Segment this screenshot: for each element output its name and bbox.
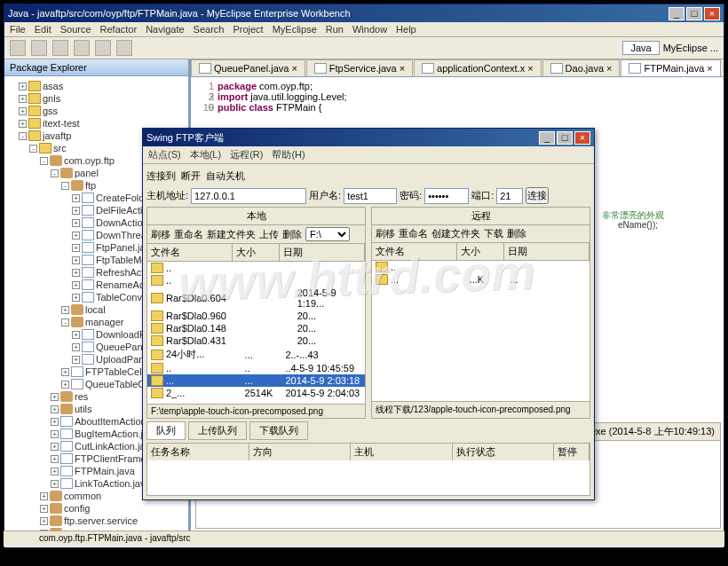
ftp-menu-item[interactable]: 远程(R) xyxy=(230,148,263,161)
expand-icon[interactable]: + xyxy=(72,294,80,302)
queue-tab[interactable]: 上传队列 xyxy=(188,421,247,440)
expand-icon[interactable]: + xyxy=(40,517,48,525)
expand-icon[interactable]: + xyxy=(19,107,27,115)
queue-tab[interactable]: 队列 xyxy=(146,421,186,440)
queue-pause[interactable]: 暂停 xyxy=(554,444,590,460)
remote-file-list[interactable]: ........K... xyxy=(372,261,590,401)
file-row[interactable]: 2_...2514K2014-5-9 2:04:03 xyxy=(147,387,365,399)
ftp-minimize-button[interactable]: _ xyxy=(539,131,555,145)
expand-icon[interactable]: + xyxy=(19,120,27,128)
file-row[interactable]: ......2014-5-9 2:03:18 xyxy=(147,374,365,387)
drive-select[interactable]: F:\ xyxy=(305,227,350,241)
close-icon[interactable]: × xyxy=(606,63,612,74)
local-tb-btn[interactable]: 上传 xyxy=(259,228,279,241)
expand-icon[interactable]: + xyxy=(19,83,27,90)
expand-icon[interactable]: + xyxy=(51,405,59,413)
expand-icon[interactable]: + xyxy=(51,430,59,438)
toolbar-button[interactable] xyxy=(116,40,132,56)
pass-input[interactable] xyxy=(424,188,469,204)
close-icon[interactable]: × xyxy=(527,63,533,74)
ftp-maximize-button[interactable]: □ xyxy=(557,131,573,145)
expand-icon[interactable]: + xyxy=(51,418,59,426)
expand-icon[interactable]: + xyxy=(51,455,59,463)
expand-icon[interactable]: + xyxy=(72,194,80,202)
disconnect-link[interactable]: 断开 xyxy=(181,169,201,183)
tree-node[interactable]: +asas xyxy=(8,80,185,92)
toolbar-button[interactable] xyxy=(74,40,90,56)
expand-icon[interactable]: + xyxy=(61,381,69,389)
expand-icon[interactable]: + xyxy=(40,505,48,513)
expand-icon[interactable]: + xyxy=(61,368,69,376)
expand-icon[interactable]: + xyxy=(51,480,59,488)
local-tb-btn[interactable]: 刷移 xyxy=(151,228,170,241)
close-icon[interactable]: × xyxy=(291,63,297,74)
ftp-close-button[interactable]: × xyxy=(574,131,590,145)
expand-icon[interactable]: + xyxy=(51,468,59,476)
remote-tb-btn[interactable]: 刷移 xyxy=(376,227,395,240)
expand-icon[interactable]: + xyxy=(72,207,80,215)
host-input[interactable] xyxy=(191,188,306,204)
menu-window[interactable]: Window xyxy=(352,24,387,35)
expand-icon[interactable]: - xyxy=(19,132,27,140)
remote-tb-btn[interactable]: 下载 xyxy=(484,227,503,240)
remote-tb-btn[interactable]: 创建文件夹 xyxy=(431,227,480,240)
expand-icon[interactable]: + xyxy=(72,269,80,277)
editor-tab[interactable]: Dao.java× xyxy=(542,59,621,76)
expand-icon[interactable]: - xyxy=(40,157,48,165)
menu-project[interactable]: Project xyxy=(233,24,263,35)
col-name[interactable]: 文件名 xyxy=(147,244,233,261)
expand-icon[interactable]: + xyxy=(51,443,59,451)
col-date[interactable]: 日期 xyxy=(504,243,590,260)
expand-icon[interactable]: - xyxy=(51,169,59,177)
close-button[interactable]: × xyxy=(704,7,720,20)
local-tb-btn[interactable]: 删除 xyxy=(282,228,302,241)
toolbar-button[interactable] xyxy=(10,40,26,56)
remote-tb-btn[interactable]: 删除 xyxy=(507,227,526,240)
expand-icon[interactable]: + xyxy=(51,393,59,401)
col-size[interactable]: 大小 xyxy=(233,244,280,261)
connect-button[interactable]: 连接 xyxy=(526,187,549,204)
menu-edit[interactable]: Edit xyxy=(35,24,51,35)
expand-icon[interactable]: + xyxy=(40,492,48,500)
expand-icon[interactable]: + xyxy=(72,244,80,252)
ftp-menu-item[interactable]: 站点(S) xyxy=(148,148,181,161)
close-icon[interactable]: × xyxy=(707,63,712,74)
expand-icon[interactable]: + xyxy=(19,95,27,103)
ftp-titlebar[interactable]: Swing FTP客户端 _ □ × xyxy=(143,129,594,146)
ftp-menu-item[interactable]: 帮助(H) xyxy=(272,148,305,161)
tree-node[interactable]: +ftp.server.service xyxy=(8,515,185,527)
file-row[interactable]: Rar$Dla0.96020... xyxy=(147,310,365,322)
expand-icon[interactable]: + xyxy=(72,331,80,339)
menu-refactor[interactable]: Refactor xyxy=(100,24,138,35)
menu-file[interactable]: File xyxy=(10,24,26,35)
expand-icon[interactable]: + xyxy=(72,219,80,227)
local-tb-btn[interactable]: 新建文件夹 xyxy=(207,228,256,241)
tree-node[interactable]: +config xyxy=(8,502,185,515)
file-row[interactable]: .. xyxy=(147,274,365,287)
toolbar-button[interactable] xyxy=(52,40,68,56)
menu-myeclipse[interactable]: MyEclipse xyxy=(273,24,317,35)
minimize-button[interactable]: _ xyxy=(669,7,684,20)
local-file-list[interactable]: ....Rar$Dla0.6042014-5-9 1:19...Rar$Dla0… xyxy=(147,262,365,404)
file-row[interactable]: Rar$Dla0.14820... xyxy=(147,322,365,334)
expand-icon[interactable]: + xyxy=(72,343,80,351)
queue-tab[interactable]: 下载队列 xyxy=(249,421,308,440)
menu-search[interactable]: Search xyxy=(194,24,225,35)
editor-tab[interactable]: FTPMain.java× xyxy=(621,59,720,76)
col-name[interactable]: 文件名 xyxy=(372,243,457,260)
menu-navigate[interactable]: Navigate xyxy=(146,24,184,35)
col-date[interactable]: 日期 xyxy=(280,244,365,261)
file-row[interactable]: Rar$Dla0.43120... xyxy=(147,334,365,347)
port-input[interactable] xyxy=(496,188,523,204)
editor-tab[interactable]: FtpService.java× xyxy=(306,59,413,76)
expand-icon[interactable]: + xyxy=(72,256,80,264)
file-row[interactable]: .. xyxy=(147,262,365,274)
maximize-button[interactable]: □ xyxy=(686,7,702,20)
perspective-myeclipse[interactable]: MyEclipse ... xyxy=(663,43,718,53)
file-row[interactable]: ......4-5-9 10:45:59 xyxy=(147,362,365,374)
remote-tb-btn[interactable]: 重命名 xyxy=(399,227,428,240)
menu-source[interactable]: Source xyxy=(60,24,91,35)
user-input[interactable] xyxy=(344,188,397,204)
editor-tab[interactable]: QueuePanel.java× xyxy=(191,59,305,76)
editor-tab[interactable]: applicationContext.x× xyxy=(414,59,542,76)
